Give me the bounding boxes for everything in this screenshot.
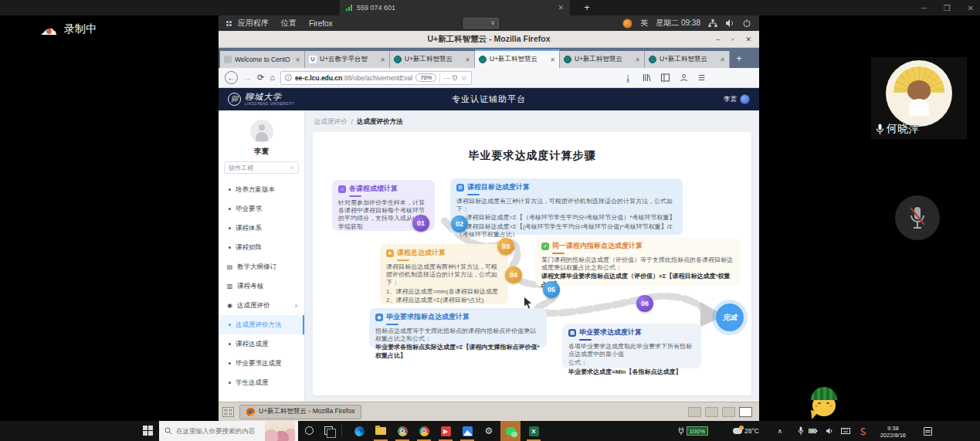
start-button[interactable] <box>143 426 153 436</box>
major-select[interactable]: 软件工程 ∨ <box>224 161 299 174</box>
firefox-titlebar[interactable]: U+新工科智慧云 - Mozilla Firefox ‒ ▫ ✕ <box>219 31 759 48</box>
chrome-profile-icon[interactable] <box>392 421 412 441</box>
photos-icon[interactable] <box>457 421 477 441</box>
places-menu[interactable]: 位置 <box>281 18 297 29</box>
window-list-icon[interactable] <box>222 407 234 417</box>
url-bar[interactable]: i ee-c.lcu.edu.cn:88/obe/achivementEvalu… <box>280 71 472 85</box>
browser-tab[interactable]: U U+云教学平台智 ✕ <box>305 51 390 68</box>
shared-screen: 应用程序 位置 Firefox ∨ 英 星期二 09:38 U+新工科智慧云 -… <box>219 15 759 421</box>
applications-menu[interactable]: 应用程序 <box>238 18 269 29</box>
sidebar-subitem-gradreq-achv[interactable]: 毕业要求达成度 <box>219 354 304 373</box>
account-icon[interactable] <box>680 73 688 82</box>
step-badge-02: 02 <box>451 215 468 232</box>
close-tab-icon[interactable]: ✕ <box>558 4 564 12</box>
action-center-icon[interactable] <box>924 421 932 441</box>
excel-icon[interactable]: X <box>524 421 544 441</box>
new-tab-button[interactable]: + <box>730 51 748 68</box>
battery-tray-icon[interactable] <box>809 421 818 441</box>
tab-close-icon[interactable]: ✕ <box>720 56 725 63</box>
sidebar-item-achievement-eval[interactable]: ◉达成度评价∧ <box>219 296 304 315</box>
search-highlight-image[interactable] <box>265 421 295 441</box>
tray-app-icon[interactable] <box>859 421 867 441</box>
step-formula: 1、课程目标达成度=Σ【（考核环节学生平均分/考核环节分值）*考核环节权重】 <box>456 214 677 222</box>
library-icon[interactable] <box>643 73 651 82</box>
back-button[interactable]: ← <box>225 71 238 84</box>
microphone-tray-icon[interactable] <box>798 421 804 441</box>
panel-clock[interactable]: 星期二 09:38 <box>656 18 700 29</box>
page-actions-icon[interactable]: ⋯ <box>443 74 450 82</box>
mute-microphone-button[interactable] <box>895 195 940 240</box>
sidebar-toggle-icon[interactable] <box>661 73 670 82</box>
tab-close-icon[interactable]: ✕ <box>295 56 300 63</box>
menu-hamburger-icon[interactable]: ☰ <box>698 73 705 82</box>
sidebar-item-training-plan[interactable]: 培养方案版本 <box>219 180 304 199</box>
weather-widget[interactable]: 28°C <box>733 421 759 441</box>
sidebar-item-course-assess[interactable]: ▥课程考核 <box>219 276 304 296</box>
workspace-1[interactable] <box>688 407 701 417</box>
notification-app-icon[interactable] <box>622 19 632 29</box>
task-view-icon[interactable] <box>324 426 333 435</box>
taskbar-clock[interactable]: 9:38 2022/8/16 <box>880 421 906 441</box>
firefox-maximize-icon[interactable]: ▫ <box>731 36 734 43</box>
browser-tab[interactable]: U+新工科智慧云 ✕ <box>560 51 645 68</box>
workspace-2[interactable] <box>705 407 718 417</box>
sidebar-item-syllabus[interactable]: ▤教学大纲修订 <box>219 257 304 276</box>
edge-icon[interactable] <box>349 421 369 441</box>
meeting-new-tab-button[interactable]: + <box>578 0 596 15</box>
firefox-icon <box>246 408 255 416</box>
speaker-tray-icon[interactable] <box>826 421 833 441</box>
sidebar-subitem-student-achv[interactable]: 学生达成度 <box>219 373 304 392</box>
firefox-close-icon[interactable]: ✕ <box>745 36 751 43</box>
input-language-indicator[interactable]: 英 <box>640 18 648 29</box>
wechat-icon[interactable] <box>500 421 521 441</box>
reload-button[interactable]: ⟳ <box>257 73 264 82</box>
tray-expand-icon[interactable]: ∧ <box>778 421 782 441</box>
panel-dropdown[interactable]: ∨ <box>463 18 499 29</box>
forward-button[interactable]: → <box>243 73 252 82</box>
home-button[interactable]: ⌂ <box>270 73 275 82</box>
zoom-level-indicator[interactable]: 70% <box>415 73 436 82</box>
firefox-minimize-icon[interactable]: ‒ <box>716 36 720 43</box>
sidebar-subitem-eval-method[interactable]: 达成度评价方法 <box>219 315 304 334</box>
browser-tab[interactable]: U+新工科智慧云 ✕ <box>390 51 475 68</box>
chrome-icon[interactable] <box>414 421 434 441</box>
firefox-menu[interactable]: Firefox <box>309 19 333 28</box>
tab-close-icon[interactable]: ✕ <box>635 56 640 63</box>
tracking-shield-icon[interactable] <box>453 74 457 82</box>
volume-icon[interactable] <box>725 19 734 28</box>
network-icon[interactable] <box>708 19 717 28</box>
tab-close-icon[interactable]: ✕ <box>380 56 385 63</box>
breadcrumb-parent[interactable]: 达成度评价 <box>314 117 348 127</box>
workspace-3[interactable] <box>722 407 735 417</box>
restore-icon[interactable]: ❐ <box>944 4 951 12</box>
minimize-icon[interactable]: ─ <box>921 4 927 12</box>
touch-keyboard-icon[interactable] <box>841 421 850 441</box>
sidebar-subitem-course-achv[interactable]: 课程达成度 <box>219 334 304 354</box>
header-user[interactable]: 李寰 <box>724 94 750 104</box>
site-info-icon[interactable]: i <box>285 74 292 81</box>
firefox-task-button[interactable]: U+新工科智慧云 - Mozilla Firefox <box>239 405 361 419</box>
taskbar-search[interactable] <box>159 421 298 441</box>
meeting-app-icon[interactable]: ▶ <box>436 421 456 441</box>
power-icon[interactable] <box>742 19 751 28</box>
file-explorer-icon[interactable] <box>371 421 391 441</box>
browser-tab-active[interactable]: U+新工科智慧云 ✕ <box>475 49 560 68</box>
sidebar-item-course-matrix[interactable]: 课程矩阵 <box>219 238 304 257</box>
workspace-4-active[interactable] <box>739 407 752 417</box>
battery-status[interactable]: 100% <box>678 421 708 441</box>
search-input[interactable] <box>176 427 261 435</box>
browser-tab[interactable]: U+新工科智慧云 ✕ <box>645 51 730 68</box>
browser-tab[interactable]: Welcome to CentO ✕ <box>220 51 305 68</box>
participant-video-tile[interactable]: 何晓萍 <box>871 57 967 139</box>
meeting-tab[interactable]: 559 074 601 ✕ <box>340 0 570 15</box>
settings-gear-icon[interactable]: ⚙ <box>479 421 499 441</box>
sidebar-item-graduation-req[interactable]: 毕业要求 <box>219 199 304 219</box>
tab-close-icon[interactable]: ✕ <box>465 56 470 63</box>
close-icon[interactable]: ✕ <box>968 4 974 12</box>
downloads-icon[interactable]: ⭳ <box>624 73 632 83</box>
cortana-icon[interactable] <box>305 426 314 435</box>
tab-close-icon[interactable]: ✕ <box>550 56 555 63</box>
bookmark-star-icon[interactable]: ☆ <box>461 74 467 82</box>
sidebar-item-course-system[interactable]: 课程体系 <box>219 219 304 238</box>
step-badge-04: 04 <box>505 266 522 283</box>
